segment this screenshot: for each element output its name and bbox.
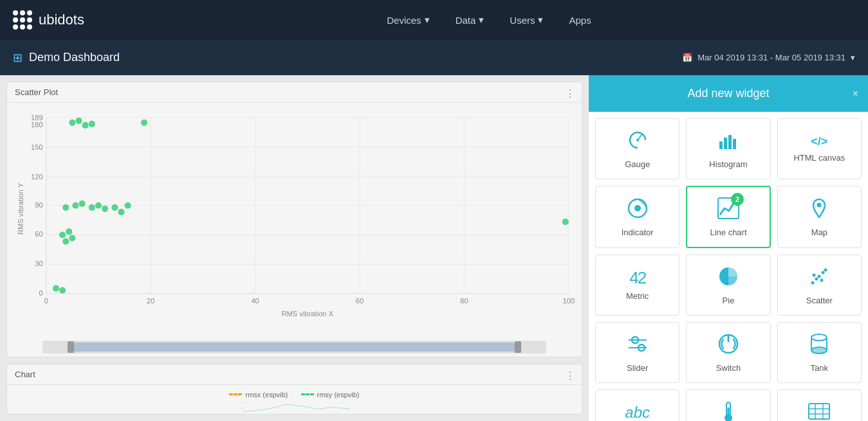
widget-line-chart-icon-wrap: 2: [717, 197, 740, 222]
chevron-down-icon: ▾: [425, 14, 430, 26]
switch-icon: [717, 332, 740, 355]
legend-rmsx-label: rmsx (espvib): [245, 391, 288, 399]
widget-metric-label: Metric: [626, 291, 649, 301]
bottom-chart-panel: Chart ⋮ rmsx (espvib) rmsy (espvib): [6, 364, 582, 415]
widget-histogram[interactable]: Histogram: [686, 118, 770, 179]
svg-text:90: 90: [35, 201, 42, 209]
widget-slider-icon-wrap: [626, 332, 649, 358]
scatter-plot-title: Scatter Plot: [7, 82, 582, 103]
date-range-label: Mar 04 2019 13:31 - Mar 05 2019 13:31: [697, 53, 845, 62]
svg-text:100: 100: [563, 297, 575, 305]
svg-text:120: 120: [31, 173, 43, 181]
widget-indicator-label: Indicator: [622, 228, 654, 237]
chevron-down-icon: ▾: [538, 14, 543, 26]
widget-map[interactable]: Map: [777, 186, 862, 248]
svg-rect-58: [719, 141, 723, 149]
widget-pie-icon-wrap: [717, 265, 740, 291]
nav-users[interactable]: Users ▾: [510, 14, 543, 26]
widget-tank[interactable]: Tank: [777, 322, 862, 383]
html-canvas-icon: </>: [811, 135, 827, 148]
svg-text:150: 150: [31, 143, 43, 151]
svg-point-69: [818, 275, 821, 278]
svg-point-73: [820, 279, 824, 282]
scatter-menu-icon[interactable]: ⋮: [565, 87, 575, 100]
svg-point-43: [59, 231, 66, 238]
widget-scatter-label: Scatter: [806, 296, 833, 305]
widget-variables-table-icon-wrap: [808, 400, 831, 421]
svg-point-34: [62, 204, 69, 211]
widget-line-chart[interactable]: 2 Line chart: [686, 186, 770, 248]
svg-text:40: 40: [251, 297, 259, 305]
svg-rect-59: [724, 138, 727, 149]
svg-point-47: [53, 285, 59, 292]
date-range-picker[interactable]: 📅 Mar 04 2019 13:31 - Mar 05 2019 13:31 …: [682, 53, 855, 62]
svg-point-44: [66, 228, 72, 235]
svg-point-41: [118, 209, 124, 215]
widget-gauge-label: Gauge: [625, 159, 650, 169]
widget-metric[interactable]: 42 Metric: [595, 255, 679, 316]
widget-pie[interactable]: Pie: [686, 255, 770, 316]
close-icon[interactable]: ×: [853, 88, 858, 100]
widget-grid: Gauge Histogram </>: [589, 112, 868, 421]
widget-html-canvas[interactable]: </> HTML canvas: [777, 118, 862, 179]
sub-header: ⊞ Demo Dashboard 📅 Mar 04 2019 13:31 - M…: [0, 40, 868, 75]
nav-data[interactable]: Data ▾: [456, 14, 485, 26]
widget-indicator-icon-wrap: [626, 197, 649, 222]
svg-point-42: [125, 202, 131, 209]
legend-rmsy-icon: [301, 393, 314, 395]
scatter-svg: 189 180 150 120 90 60 30 0 0 20 40 60 80…: [14, 109, 575, 321]
svg-rect-60: [728, 135, 732, 149]
widget-panel-title: Add new widget: [687, 87, 769, 100]
widget-gauge[interactable]: Gauge: [595, 118, 679, 179]
text-icon: abc: [625, 404, 650, 421]
calendar-icon: 📅: [682, 53, 692, 62]
widget-thermometer-icon-wrap: [717, 400, 740, 421]
scatter-body: 189 180 150 120 90 60 30 0 0 20 40 60 80…: [7, 103, 582, 341]
svg-point-37: [89, 204, 95, 211]
bottom-chart-title: Chart: [7, 364, 582, 385]
svg-point-39: [102, 206, 108, 212]
chevron-down-icon: ▾: [479, 14, 484, 26]
range-slider[interactable]: [42, 341, 546, 354]
widget-text[interactable]: abc Text: [595, 390, 679, 421]
widget-slider[interactable]: Slider: [595, 322, 679, 383]
tank-icon: [808, 332, 831, 355]
legend-rmsx-icon: [229, 393, 242, 395]
gauge-icon: [626, 129, 649, 152]
widget-line-chart-label: Line chart: [710, 228, 746, 237]
slider-icon: [626, 332, 649, 355]
chevron-down-icon: ▾: [851, 53, 855, 62]
widget-tank-label: Tank: [811, 363, 828, 373]
main-content: Scatter Plot ⋮: [0, 75, 868, 421]
dashboard-icon: ⊞: [13, 51, 23, 65]
svg-point-31: [82, 122, 89, 129]
widget-variables-table[interactable]: Variables table: [777, 390, 862, 421]
widget-map-label: Map: [811, 228, 827, 237]
svg-point-46: [62, 238, 69, 245]
legend-rmsx: rmsx (espvib): [229, 391, 288, 399]
svg-point-87: [725, 414, 732, 421]
widget-pie-label: Pie: [723, 296, 735, 305]
widget-switch-icon-wrap: [717, 332, 740, 358]
dashboard-title: Demo Dashboard: [29, 51, 682, 64]
line-chart-badge: 2: [731, 193, 744, 206]
chart-menu-icon[interactable]: ⋮: [565, 370, 575, 382]
widget-scatter[interactable]: Scatter: [777, 255, 862, 316]
widget-panel: Add new widget × Gauge: [589, 75, 868, 421]
svg-text:20: 20: [147, 297, 154, 305]
widget-indicator[interactable]: Indicator: [595, 186, 679, 248]
svg-rect-89: [809, 404, 829, 419]
widget-text-icon-wrap: abc: [625, 405, 650, 420]
svg-point-35: [72, 202, 78, 209]
widget-thermometer[interactable]: Thermometer: [686, 390, 770, 421]
svg-rect-61: [733, 139, 736, 149]
logo[interactable]: ubidots: [13, 10, 84, 30]
nav-devices[interactable]: Devices ▾: [387, 14, 429, 26]
widget-map-icon-wrap: [808, 197, 831, 222]
svg-point-65: [817, 203, 822, 208]
metric-icon: 42: [629, 268, 645, 287]
svg-text:80: 80: [460, 297, 468, 305]
chart-legend: rmsx (espvib) rmsy (espvib): [14, 388, 575, 401]
widget-switch[interactable]: Switch: [686, 322, 770, 383]
nav-apps[interactable]: Apps: [569, 14, 591, 26]
